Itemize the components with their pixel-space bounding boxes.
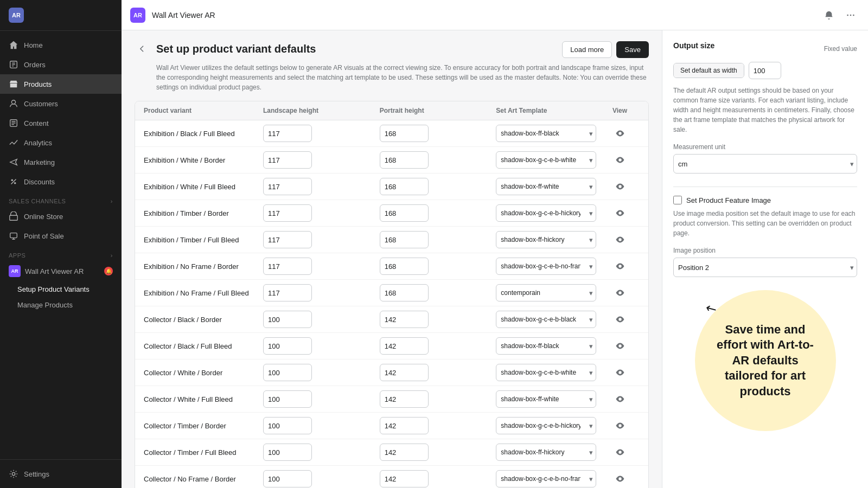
view-button[interactable]	[612, 179, 628, 194]
orders-icon	[9, 60, 18, 69]
landscape-input[interactable]	[263, 204, 312, 222]
landscape-input[interactable]	[263, 125, 312, 142]
view-button[interactable]	[612, 471, 628, 486]
landscape-cell	[263, 470, 380, 487]
variant-name: Collector / No Frame / Border	[144, 475, 263, 483]
portrait-input[interactable]	[380, 364, 429, 381]
view-button[interactable]	[612, 152, 628, 168]
table-row: Exhibition / Timber / Border shadow-box-…	[135, 200, 648, 227]
landscape-input[interactable]	[263, 151, 312, 169]
landscape-input[interactable]	[263, 444, 312, 461]
sidebar-item-marketing[interactable]: Marketing	[0, 152, 122, 172]
landscape-input[interactable]	[263, 258, 312, 275]
landscape-input[interactable]	[263, 390, 312, 408]
table-row: Exhibition / White / Border shadow-box-g…	[135, 147, 648, 174]
landscape-input[interactable]	[263, 417, 312, 434]
template-select[interactable]: shadow-box-g-c-e-b-white	[496, 151, 596, 169]
back-button[interactable]	[135, 41, 150, 56]
notification-button[interactable]	[820, 7, 838, 24]
template-select[interactable]: shadow-box-ff-hickory	[496, 231, 596, 248]
bell-icon	[824, 10, 834, 20]
template-select[interactable]: shadow-box-g-c-e-b-no-frame	[496, 258, 596, 275]
sidebar-item-analytics[interactable]: Analytics	[0, 133, 122, 152]
tab-default-width[interactable]: Set default as width	[674, 63, 744, 78]
portrait-input[interactable]	[380, 444, 429, 461]
table-row: Exhibition / Timber / Full Bleed shadow-…	[135, 227, 648, 253]
landscape-input[interactable]	[263, 364, 312, 381]
template-select[interactable]: shadow-box-ff-black	[496, 125, 596, 142]
portrait-input[interactable]	[380, 284, 429, 301]
template-select[interactable]: shadow-box-ff-white	[496, 390, 596, 408]
sidebar-item-products[interactable]: Products	[0, 74, 122, 94]
sidebar-item-online-store[interactable]: Online Store	[0, 207, 122, 226]
sidebar-item-label: Orders	[24, 61, 46, 69]
portrait-input[interactable]	[380, 390, 429, 408]
view-button[interactable]	[612, 391, 628, 407]
svg-rect-12	[10, 215, 17, 220]
view-button[interactable]	[612, 312, 628, 327]
output-size-title: Output size	[673, 41, 714, 50]
svg-point-17	[847, 14, 848, 16]
more-button[interactable]	[842, 7, 859, 24]
save-button[interactable]: Save	[616, 41, 649, 58]
sidebar-item-discounts[interactable]: Discounts	[0, 172, 122, 191]
template-wrapper: shadow-box-g-c-e-b-hickory ▾	[496, 417, 596, 434]
portrait-input[interactable]	[380, 311, 429, 328]
fixed-value-input[interactable]	[749, 62, 781, 79]
view-button[interactable]	[612, 338, 628, 354]
view-button[interactable]	[612, 365, 628, 380]
template-select[interactable]: shadow-box-g-c-e-b-hickory	[496, 417, 596, 434]
sidebar-item-manage-products[interactable]: Manage Products	[0, 297, 122, 313]
header-actions: Load more Save	[562, 41, 649, 58]
sidebar-app-label: Wall Art Viewer AR	[25, 267, 84, 275]
sidebar-item-content[interactable]: Content	[0, 113, 122, 133]
view-button[interactable]	[612, 259, 628, 274]
view-button[interactable]	[612, 206, 628, 221]
template-select[interactable]: shadow-box-g-c-e-b-hickory	[496, 204, 596, 222]
sidebar-item-setup-product-variants[interactable]: Setup Product Variants	[0, 281, 122, 297]
landscape-input[interactable]	[263, 284, 312, 301]
landscape-input[interactable]	[263, 337, 312, 355]
portrait-input[interactable]	[380, 125, 429, 142]
view-button[interactable]	[612, 126, 628, 141]
landscape-input[interactable]	[263, 231, 312, 248]
portrait-input[interactable]	[380, 178, 429, 195]
image-position-select[interactable]: Position 2 Position 1 Position 3	[673, 258, 857, 277]
landscape-input[interactable]	[263, 178, 312, 195]
template-select[interactable]: shadow-box-ff-black	[496, 337, 596, 355]
template-select[interactable]: shadow-box-g-c-e-b-black	[496, 311, 596, 328]
table-row: Exhibition / No Frame / Border shadow-bo…	[135, 253, 648, 280]
sidebar-item-settings[interactable]: Settings	[0, 464, 122, 484]
template-select[interactable]: shadow-box-g-c-e-b-no-frame	[496, 470, 596, 487]
feature-image-checkbox[interactable]	[673, 196, 682, 204]
feature-image-label[interactable]: Set Product Feature Image	[686, 196, 771, 204]
sidebar-item-customers[interactable]: Customers	[0, 94, 122, 113]
sidebar-item-point-of-sale[interactable]: Point of Sale	[0, 226, 122, 246]
view-button[interactable]	[612, 232, 628, 247]
portrait-input[interactable]	[380, 417, 429, 434]
chevron-icon: ›	[111, 252, 113, 259]
portrait-input[interactable]	[380, 258, 429, 275]
portrait-input[interactable]	[380, 204, 429, 222]
template-select[interactable]: shadow-box-ff-hickory	[496, 444, 596, 461]
portrait-input[interactable]	[380, 231, 429, 248]
portrait-input[interactable]	[380, 337, 429, 355]
view-button[interactable]	[612, 418, 628, 433]
sidebar-item-orders[interactable]: Orders	[0, 55, 122, 74]
landscape-input[interactable]	[263, 311, 312, 328]
back-arrow-icon	[138, 44, 146, 53]
template-select[interactable]: shadow-box-g-c-e-b-white	[496, 364, 596, 381]
portrait-input[interactable]	[380, 470, 429, 487]
portrait-input[interactable]	[380, 151, 429, 169]
landscape-input[interactable]	[263, 470, 312, 487]
sidebar-item-home[interactable]: Home	[0, 35, 122, 55]
load-more-button[interactable]: Load more	[562, 41, 612, 58]
measurement-unit-select[interactable]: cm in	[673, 154, 857, 174]
view-button[interactable]	[612, 445, 628, 460]
template-select[interactable]: contemporain	[496, 284, 596, 301]
template-wrapper: shadow-box-ff-hickory ▾	[496, 231, 596, 248]
view-button[interactable]	[612, 285, 628, 300]
sidebar-logo: AR	[0, 0, 122, 31]
sidebar-item-wall-art-viewer[interactable]: AR Wall Art Viewer AR 🔔	[0, 261, 122, 281]
template-select[interactable]: shadow-box-ff-white	[496, 178, 596, 195]
